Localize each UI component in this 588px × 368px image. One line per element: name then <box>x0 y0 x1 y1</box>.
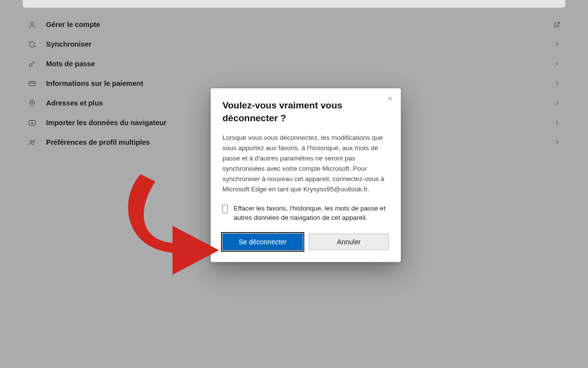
modal-overlay: Voulez-vous vraiment vous déconnecter ? … <box>0 0 588 368</box>
signout-dialog: Voulez-vous vraiment vous déconnecter ? … <box>211 88 401 262</box>
clear-data-label: Effacer les favoris, l'historique, les m… <box>234 204 389 223</box>
clear-data-checkbox-row[interactable]: Effacer les favoris, l'historique, les m… <box>222 204 389 223</box>
dialog-body: Lorsque vous vous déconnectez, les modif… <box>222 133 389 195</box>
close-icon <box>387 96 393 103</box>
cancel-button[interactable]: Annuler <box>309 234 389 250</box>
dialog-button-row: Se déconnecter Annuler <box>222 234 389 250</box>
dialog-title: Voulez-vous vraiment vous déconnecter ? <box>222 99 389 124</box>
clear-data-checkbox[interactable] <box>222 205 228 213</box>
signout-button[interactable]: Se déconnecter <box>222 234 303 250</box>
close-button[interactable] <box>384 93 396 105</box>
